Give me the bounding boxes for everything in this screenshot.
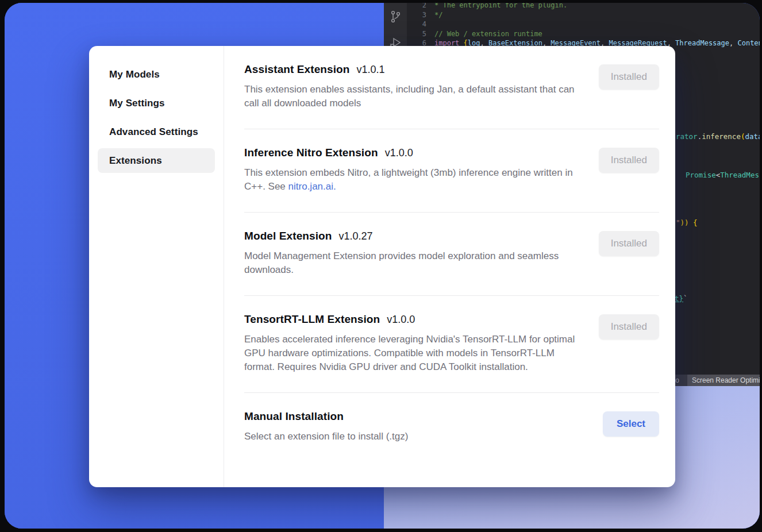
- manual-installation-row: Manual Installation Select an extension …: [244, 393, 659, 462]
- extension-row-model: Model Extension v1.0.27 Model Management…: [244, 213, 659, 296]
- extension-row-assistant: Assistant Extension v1.0.1 This extensio…: [244, 46, 659, 129]
- code-line: 5// Web / extension runtime: [407, 29, 760, 39]
- extension-description: Model Management Extension provides mode…: [244, 249, 583, 277]
- extension-description: Enables accelerated inference leveraging…: [244, 333, 583, 374]
- code-line: 2 * The entrypoint for the plugin.: [407, 3, 760, 10]
- extensions-list: Assistant Extension v1.0.1 This extensio…: [224, 46, 675, 487]
- app-window: 2 * The entrypoint for the plugin.3 */45…: [5, 3, 760, 529]
- extension-row-tensorrt-llm: TensortRT-LLM Extension v1.0.0 Enables a…: [244, 296, 659, 393]
- sidebar-item-my-models[interactable]: My Models: [98, 62, 215, 87]
- extension-description: This extension enables assistants, inclu…: [244, 83, 583, 110]
- extension-row-inference-nitro: Inference Nitro Extension v1.0.0 This ex…: [244, 129, 659, 213]
- installed-button[interactable]: Installed: [599, 64, 659, 90]
- sidebar-item-extensions[interactable]: Extensions: [98, 148, 215, 173]
- installed-button[interactable]: Installed: [599, 148, 659, 173]
- settings-sidebar: My Models My Settings Advanced Settings …: [89, 46, 224, 487]
- sidebar-item-my-settings[interactable]: My Settings: [98, 91, 215, 115]
- extension-title: TensortRT-LLM Extension: [244, 313, 380, 326]
- sidebar-item-label: My Settings: [109, 98, 165, 109]
- installed-button[interactable]: Installed: [599, 314, 659, 340]
- code-fragment: ")) {: [676, 218, 698, 227]
- sidebar-item-label: Extensions: [109, 155, 162, 167]
- code-lines: 2 * The entrypoint for the plugin.3 */45…: [407, 3, 760, 48]
- extension-description: This extension embeds Nitro, a lightweig…: [244, 166, 583, 194]
- code-fragment: Promise<ThreadMessage>: [686, 171, 760, 179]
- extension-title: Inference Nitro Extension: [244, 147, 378, 159]
- code-fragment: rator.inference(data));: [676, 132, 760, 141]
- extension-version: v1.0.1: [357, 64, 385, 76]
- source-control-icon[interactable]: [388, 10, 402, 24]
- settings-modal: My Models My Settings Advanced Settings …: [89, 46, 675, 487]
- code-line: 3 */: [407, 10, 760, 20]
- extension-version: v1.0.27: [338, 230, 372, 242]
- sidebar-item-label: My Models: [109, 69, 160, 80]
- extension-version: v1.0.0: [387, 314, 415, 326]
- installed-button[interactable]: Installed: [599, 231, 659, 256]
- code-fragment: t}`: [675, 294, 688, 303]
- sidebar-item-label: Advanced Settings: [109, 126, 198, 138]
- extension-version: v1.0.0: [385, 147, 413, 159]
- screen-reader-status-item[interactable]: Screen Reader Optimized: [687, 375, 760, 386]
- select-file-button[interactable]: Select: [603, 411, 659, 437]
- nitro-jan-ai-link[interactable]: nitro.jan.ai.: [288, 181, 336, 192]
- extension-title: Model Extension: [244, 230, 332, 242]
- code-line: 4: [407, 20, 760, 29]
- sidebar-item-advanced-settings[interactable]: Advanced Settings: [98, 119, 215, 144]
- extension-title: Assistant Extension: [244, 63, 350, 76]
- extension-description: Select an extension file to install (.tg…: [244, 430, 408, 444]
- extension-title: Manual Installation: [244, 410, 344, 423]
